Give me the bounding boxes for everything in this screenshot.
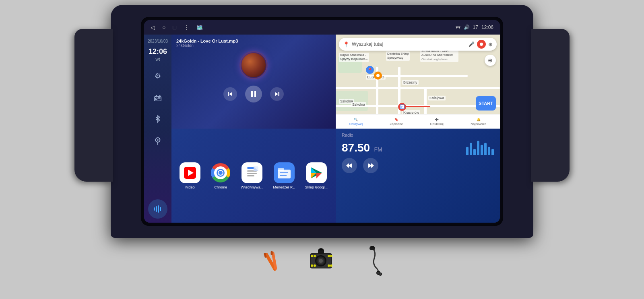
svg-point-74	[380, 273, 381, 275]
svg-marker-48	[371, 163, 374, 168]
bluetooth-icon[interactable]	[151, 112, 165, 127]
app-chrome[interactable]: Chrome	[210, 162, 231, 189]
map-mic-icon[interactable]: 🎤	[469, 41, 475, 47]
map-start-button[interactable]: START	[476, 96, 496, 111]
album-art-image	[242, 53, 266, 77]
radio-next-button[interactable]	[363, 158, 378, 173]
map-content: Kajaki Krasieńka -Spływy Kajakowe... Dan…	[336, 35, 500, 129]
svg-rect-18	[279, 92, 280, 96]
play-store-icon	[306, 162, 327, 183]
wave-bar-7	[488, 147, 490, 155]
chrome-icon	[210, 162, 231, 183]
svg-rect-11	[156, 206, 157, 212]
status-bar: ◁ ○ □ ⋮ 🗺️ ▾▾ 🔊 17 12:06	[144, 20, 500, 35]
svg-point-59	[311, 255, 313, 257]
svg-rect-12	[158, 205, 159, 213]
svg-rect-32	[247, 173, 257, 174]
map-layers-icon[interactable]: ⊕	[488, 41, 493, 47]
battery-level: 17	[473, 25, 478, 30]
apps-panel: wideo	[171, 129, 336, 223]
next-track-button[interactable]	[270, 87, 284, 101]
svg-rect-33	[247, 175, 254, 176]
nav-recent-button[interactable]: □	[173, 24, 176, 31]
maps-status-icon: 🗺️	[196, 25, 203, 31]
wave-bar-4	[477, 141, 479, 155]
nav-home-button[interactable]: ○	[162, 24, 165, 31]
wifi-icon: ▾▾	[456, 25, 460, 30]
map-record-button[interactable]	[477, 40, 486, 49]
svg-rect-70	[370, 246, 374, 248]
nav-back-button[interactable]: ◁	[151, 24, 155, 31]
panels-grid: 24kGoldn - Love Or Lust.mp3 24kGoldn	[171, 35, 500, 223]
app-wideo-label: wideo	[185, 185, 195, 189]
wave-bar-6	[484, 143, 487, 155]
app-play-label: Sklep Googl...	[305, 185, 328, 189]
pry-tool-svg	[258, 247, 286, 275]
location-icon[interactable]	[151, 134, 165, 148]
radio-panel: Radio 87.50 FM	[336, 129, 500, 223]
files-icon	[274, 162, 295, 183]
radio-label: Radio	[342, 133, 494, 137]
svg-rect-52	[270, 251, 272, 255]
sidebar-datetime: 2023/10/03 12:06 wt	[148, 39, 168, 61]
map-label-szkolna2: Szkolna	[351, 102, 366, 107]
youtube-icon	[180, 162, 200, 183]
svg-marker-19	[275, 92, 278, 96]
app-docs[interactable]: Wyrównywa...	[241, 162, 263, 189]
svg-rect-17	[254, 91, 256, 97]
status-bar-indicators: ▾▾ 🔊 17 12:06	[456, 25, 493, 30]
radio-frequency: 87.50	[342, 141, 370, 154]
svg-point-62	[314, 264, 316, 267]
svg-marker-15	[229, 92, 232, 96]
radio-wave-visualizer	[466, 141, 494, 155]
device-wrapper: ◁ ○ □ ⋮ 🗺️ ▾▾ 🔊 17 12:06	[101, 5, 543, 294]
map-panel[interactable]: Kajaki Krasieńka -Spływy Kajakowe... Dan…	[336, 35, 500, 129]
svg-rect-16	[251, 91, 253, 97]
audio-visualizer-button[interactable]	[148, 199, 167, 219]
music-controls	[176, 86, 331, 102]
svg-rect-30	[247, 167, 254, 169]
radio-frequency-row: 87.50 FM	[342, 141, 494, 155]
map-poi-kajaki: 📍	[366, 66, 374, 74]
screen: ◁ ○ □ ⋮ 🗺️ ▾▾ 🔊 17 12:06	[144, 20, 500, 223]
map-compass[interactable]: ⊕	[485, 55, 496, 66]
nav-more-button[interactable]: ⋮	[184, 24, 189, 31]
pry-tool-accessory	[258, 247, 286, 275]
radio-controls	[342, 158, 494, 173]
radio-sidebar-icon[interactable]	[151, 90, 165, 105]
docs-icon	[242, 162, 262, 183]
camera-svg	[306, 247, 338, 275]
cable-accessory	[358, 246, 386, 276]
car-unit: ◁ ○ □ ⋮ 🗺️ ▾▾ 🔊 17 12:06	[111, 5, 533, 238]
map-tab-odkrywej[interactable]: 🔍 Odkrywej	[349, 118, 363, 126]
map-search-bar[interactable]: 📍 Wyszukaj tutaj 🎤 ⊕	[339, 38, 497, 51]
right-ear	[531, 29, 570, 182]
left-ear	[74, 29, 113, 182]
play-pause-button[interactable]	[245, 86, 262, 102]
sidebar-day: wt	[156, 57, 160, 61]
radio-freq-display: 87.50 FM	[342, 141, 382, 154]
svg-point-65	[328, 264, 330, 267]
radio-prev-button[interactable]	[342, 158, 357, 173]
camera-accessory	[306, 247, 338, 275]
svg-marker-46	[346, 163, 349, 168]
svg-rect-68	[319, 248, 323, 250]
svg-point-60	[314, 255, 316, 257]
wave-bar-3	[473, 149, 476, 155]
app-files[interactable]: Menedżer P...	[273, 162, 295, 189]
settings-icon[interactable]: ⚙	[151, 69, 165, 83]
music-artist: 24kGoldn	[176, 43, 331, 48]
map-tab-najnowsze[interactable]: 🔔 Najnowsze	[471, 118, 486, 126]
app-wideo[interactable]: wideo	[180, 162, 200, 189]
map-label-danielka: Danielka SklepSpożywczy	[386, 51, 410, 61]
map-tab-opublikuj[interactable]: ➕ Opublikuj	[430, 118, 444, 126]
maps-pin-icon: 📍	[343, 41, 349, 47]
map-tab-zapisane[interactable]: 🔖 Zapisane	[390, 118, 403, 126]
map-search-text: Wyszukaj tutaj	[352, 41, 466, 47]
app-files-label: Menedżer P...	[273, 185, 295, 189]
svg-rect-37	[278, 168, 284, 171]
prev-track-button[interactable]	[223, 87, 237, 101]
app-play-store[interactable]: Sklep Googl...	[305, 162, 328, 189]
svg-point-61	[311, 264, 313, 267]
svg-rect-14	[228, 92, 229, 96]
